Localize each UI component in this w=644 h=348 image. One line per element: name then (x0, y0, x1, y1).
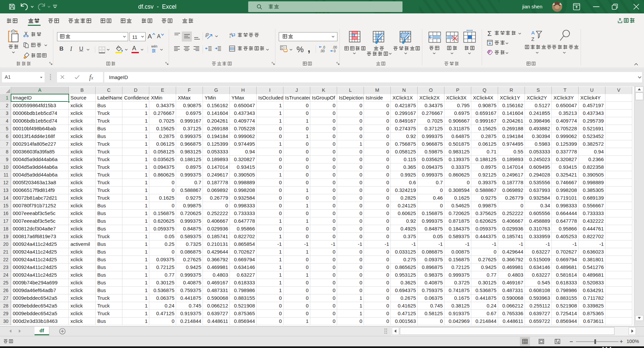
svg-text:.00: .00 (320, 49, 325, 53)
svg-text:Z: Z (531, 36, 534, 42)
svg-text:.00: .00 (332, 46, 337, 49)
svg-text:0: 0 (334, 49, 336, 53)
svg-text:A: A (531, 30, 535, 36)
svg-text:.0: .0 (322, 46, 325, 49)
svg-text:c: c (229, 35, 231, 38)
svg-text:ab: ab (205, 32, 210, 38)
